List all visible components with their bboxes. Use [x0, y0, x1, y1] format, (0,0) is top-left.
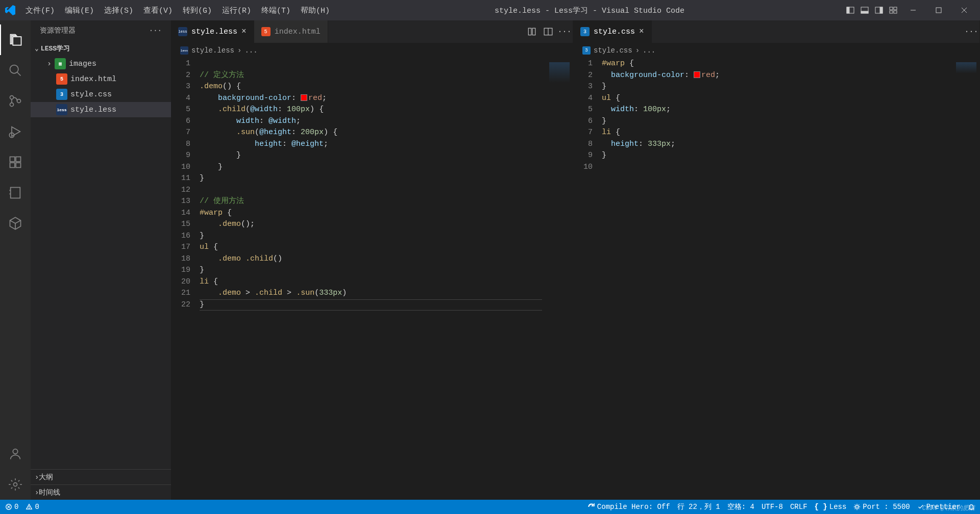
status-encoding[interactable]: UTF-8 [762, 503, 783, 511]
layout-icon-3[interactable] [873, 4, 885, 16]
line-gutter: 12345678910111213141516171819202122 [171, 58, 200, 500]
status-cursor-position[interactable]: 行 22，列 1 [677, 502, 720, 511]
minimap[interactable] [949, 58, 979, 500]
tab-bar: 3 style.css × ··· [573, 20, 979, 43]
code-content[interactable]: #warp { background-color: red; } ul { wi… [602, 58, 949, 500]
tab-index-html[interactable]: 5 index.html [254, 20, 328, 43]
explorer-icon[interactable] [0, 24, 31, 55]
extensions-icon[interactable] [0, 147, 31, 177]
tree-label: index.html [70, 75, 116, 84]
status-language[interactable]: { } Less [815, 503, 847, 511]
layout-icon-2[interactable] [859, 4, 871, 16]
svg-rect-6 [890, 7, 893, 10]
panel-label: 时间线 [39, 488, 60, 497]
svg-rect-9 [894, 11, 897, 13]
css-icon: 3 [56, 89, 67, 100]
main-area: 资源管理器 ··· ⌄ LESS学习 › ▦ images 5 index.ht… [0, 20, 980, 500]
close-icon[interactable]: × [241, 27, 247, 36]
split-icon[interactable] [540, 23, 556, 40]
debug-icon[interactable] [0, 116, 31, 147]
status-eol[interactable]: CRLF [790, 503, 807, 511]
svg-point-29 [14, 483, 17, 486]
layout-icon-1[interactable] [844, 4, 856, 16]
breadcrumbs[interactable]: 3 style.css › ... [573, 43, 979, 58]
maximize-button[interactable] [927, 2, 950, 18]
svg-rect-5 [880, 7, 883, 13]
package-icon[interactable] [0, 208, 31, 239]
svg-line-15 [17, 72, 21, 76]
tree-file-style-less[interactable]: less style.less [31, 102, 171, 117]
project-section[interactable]: ⌄ LESS学习 [31, 41, 171, 56]
status-compile-hero[interactable]: Compile Hero: Off [588, 503, 670, 511]
menu-help[interactable]: 帮助(H) [296, 6, 335, 15]
settings-icon[interactable] [0, 469, 31, 500]
code-editor-left[interactable]: 12345678910111213141516171819202122 // 定… [171, 58, 573, 500]
tree-folder-images[interactable]: › ▦ images [31, 56, 171, 71]
layout-grid-icon[interactable] [887, 4, 899, 16]
tree-label: style.less [70, 106, 116, 114]
chevron-down-icon: ⌄ [35, 44, 39, 53]
svg-rect-3 [861, 11, 868, 13]
menu-edit[interactable]: 编辑(E) [60, 6, 99, 15]
menu-run[interactable]: 运行(R) [217, 6, 256, 15]
tree-label: style.css [70, 90, 112, 99]
tab-style-css[interactable]: 3 style.css × [573, 20, 652, 43]
svg-rect-11 [936, 8, 941, 13]
editor-area: less style.less × 5 index.html ··· less … [171, 20, 980, 500]
close-icon[interactable]: × [639, 27, 644, 36]
search-icon[interactable] [0, 55, 31, 86]
breadcrumb-item[interactable]: ... [244, 46, 257, 55]
chevron-right-icon: › [35, 473, 39, 481]
status-spaces[interactable]: 空格: 4 [727, 502, 754, 511]
code-editor-right[interactable]: 12345678910 #warp { background-color: re… [573, 58, 979, 500]
sidebar: 资源管理器 ··· ⌄ LESS学习 › ▦ images 5 index.ht… [31, 20, 171, 500]
window-controls [844, 2, 976, 18]
less-icon: less [178, 27, 187, 36]
breadcrumb-item[interactable]: style.less [191, 46, 234, 55]
svg-point-17 [10, 103, 14, 107]
more-icon[interactable]: ··· [556, 23, 573, 40]
status-port[interactable]: Port : 5500 [853, 503, 910, 511]
sidebar-more-icon[interactable]: ··· [149, 27, 162, 35]
css-icon: 3 [580, 27, 590, 36]
svg-rect-7 [894, 7, 897, 10]
outline-panel[interactable]: › 大纲 [31, 469, 171, 484]
account-icon[interactable] [0, 439, 31, 469]
menu-select[interactable]: 选择(S) [99, 6, 138, 15]
line-gutter: 12345678910 [573, 58, 602, 500]
breadcrumb-item[interactable]: ... [643, 46, 655, 55]
code-content[interactable]: // 定义方法 .demo() { background-color: red;… [200, 58, 542, 500]
menu-terminal[interactable]: 终端(T) [256, 6, 296, 15]
status-warnings[interactable]: 0 [26, 503, 39, 511]
tree-file-index-html[interactable]: 5 index.html [31, 71, 171, 87]
close-button[interactable] [952, 2, 976, 18]
breadcrumb-item[interactable]: style.css [594, 46, 632, 55]
svg-rect-24 [16, 163, 20, 167]
scm-icon[interactable] [0, 86, 31, 116]
chevron-right-icon: › [35, 489, 39, 497]
svg-point-16 [10, 96, 14, 99]
tab-style-less[interactable]: less style.less × [171, 20, 254, 43]
menu-goto[interactable]: 转到(G) [178, 6, 217, 15]
chevron-right-icon: › [237, 46, 241, 55]
breadcrumbs[interactable]: less style.less › ... [171, 43, 573, 58]
minimize-button[interactable] [901, 2, 925, 18]
status-errors[interactable]: 0 [5, 503, 18, 511]
chevron-right-icon: › [635, 46, 640, 55]
more-icon[interactable]: ··· [963, 23, 979, 40]
minimap[interactable] [542, 58, 573, 500]
svg-point-18 [17, 99, 21, 103]
compare-icon[interactable] [524, 23, 540, 40]
folder-icon: ▦ [55, 58, 66, 69]
tree-file-style-css[interactable]: 3 style.css [31, 87, 171, 102]
menu-view[interactable]: 查看(V) [138, 6, 178, 15]
timeline-panel[interactable]: › 时间线 [31, 484, 171, 500]
svg-point-39 [856, 505, 859, 508]
svg-point-28 [13, 449, 17, 454]
tab-label: index.html [275, 28, 321, 36]
menu-file[interactable]: 文件(F) [20, 6, 60, 15]
chevron-right-icon: › [47, 60, 52, 68]
tab-label: style.css [594, 28, 635, 36]
notebook-icon[interactable] [0, 177, 31, 208]
less-icon: less [180, 46, 188, 55]
